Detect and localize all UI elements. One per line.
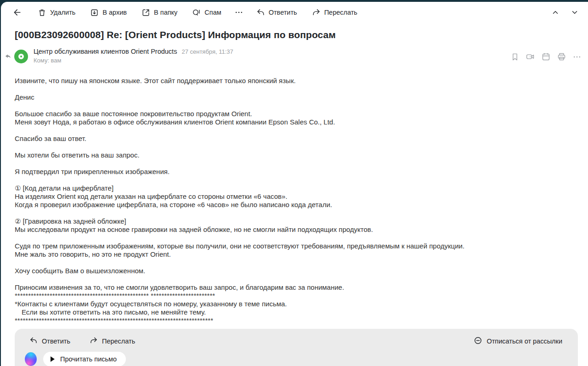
previous-message-button[interactable] (547, 6, 564, 19)
spam-label: Спам (204, 9, 221, 16)
reply-label: Ответить (269, 9, 297, 16)
replied-icon (5, 53, 11, 62)
forward-icon (90, 337, 98, 346)
folder-label: В папку (154, 9, 177, 16)
avatar-letter-o (18, 54, 24, 59)
delete-label: Удалить (50, 9, 75, 16)
video-call-button[interactable] (526, 52, 535, 62)
unsubscribe-label: Отписаться от рассылки (486, 338, 562, 345)
message-date: 27 сентября, 11:37 (181, 48, 233, 55)
sender-avatar[interactable] (14, 50, 28, 63)
reply-button[interactable]: Ответить (252, 6, 302, 20)
calendar-button[interactable] (541, 52, 551, 62)
move-to-folder-button[interactable]: В папку (137, 6, 182, 20)
forward-button[interactable]: Переслать (307, 6, 362, 20)
sender-name[interactable]: Центр обслуживания клиентов Orient Produ… (34, 48, 177, 55)
play-icon (51, 356, 55, 362)
email-body: Извините, что пишу на японском языке. Эт… (15, 77, 574, 325)
archive-icon (90, 8, 99, 17)
next-icon (571, 8, 579, 17)
prev-icon (551, 8, 560, 17)
more-actions-button[interactable] (230, 5, 248, 20)
reply-icon (256, 8, 265, 17)
unsubscribe-icon (474, 336, 482, 346)
footer-action-panel: Ответить Переслать Отписаться от рассылк… (15, 329, 578, 366)
email-subject: [000B23092600008] Re: [Orient Products] … (15, 29, 574, 40)
message-header: Центр обслуживания клиентов Orient Produ… (5, 48, 582, 64)
forward-icon (312, 8, 321, 17)
footer-forward-label: Переслать (102, 338, 135, 345)
footer-reply-button[interactable]: Ответить (25, 334, 75, 349)
forward-label: Переслать (324, 9, 357, 16)
header-more-button[interactable] (572, 52, 582, 62)
next-message-button[interactable] (566, 6, 583, 19)
back-button[interactable] (8, 5, 27, 20)
spam-button[interactable]: Спам (187, 6, 226, 20)
mail-reading-pane: Удалить В архив В папку Спам (1, 2, 588, 366)
reply-icon (29, 337, 38, 346)
toolbar: Удалить В архив В папку Спам (1, 2, 588, 23)
back-icon (13, 8, 22, 17)
folder-icon (141, 8, 150, 17)
footer-forward-button[interactable]: Переслать (85, 334, 140, 349)
bookmark-button[interactable] (510, 52, 520, 62)
footer-reply-label: Ответить (42, 338, 70, 345)
assistant-orb[interactable] (25, 352, 37, 366)
archive-label: В архив (102, 9, 127, 16)
more-icon (234, 8, 243, 17)
spam-icon (192, 8, 201, 17)
print-button[interactable] (557, 52, 566, 62)
archive-button[interactable]: В архив (85, 6, 131, 20)
read-aloud-label: Прочитать письмо (60, 355, 117, 363)
delete-button[interactable]: Удалить (33, 6, 80, 20)
message-recipients[interactable]: Кому: вам (34, 57, 233, 64)
unsubscribe-button[interactable]: Отписаться от рассылки (469, 333, 567, 349)
trash-icon (38, 8, 46, 17)
read-aloud-button[interactable]: Прочитать письмо (43, 352, 126, 366)
